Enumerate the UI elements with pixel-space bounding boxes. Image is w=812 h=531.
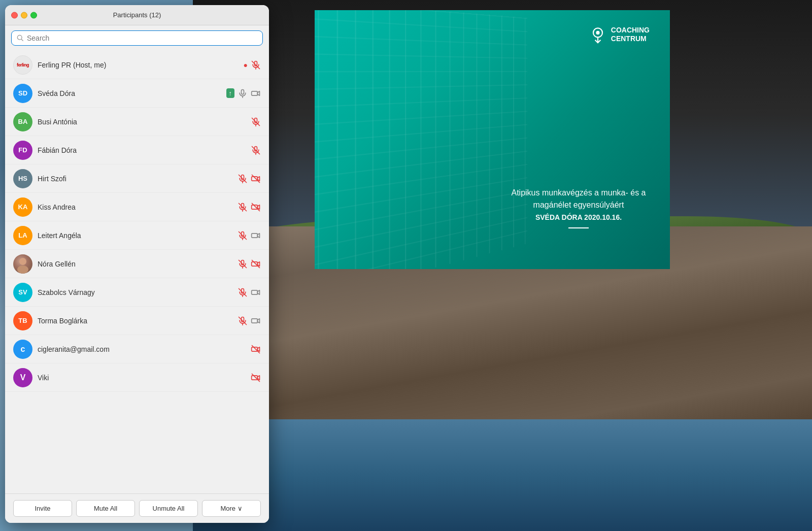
avatar: SD bbox=[13, 84, 32, 103]
svg-line-36 bbox=[252, 260, 260, 268]
participant-icons bbox=[251, 117, 261, 127]
participant-icons bbox=[238, 259, 261, 269]
list-item: V Viki bbox=[5, 363, 269, 392]
mic-muted-icon bbox=[238, 287, 248, 297]
water-area bbox=[193, 419, 812, 531]
slide-logo: COACHING CENTRUM bbox=[589, 25, 650, 44]
participant-icons bbox=[238, 230, 261, 241]
svg-line-3 bbox=[21, 39, 23, 41]
participant-name: Busi Antónia bbox=[38, 118, 251, 126]
search-input[interactable] bbox=[27, 34, 257, 42]
recording-indicator: ● bbox=[244, 61, 248, 69]
mic-muted-icon bbox=[238, 316, 248, 326]
avatar: HS bbox=[13, 169, 32, 188]
title-bar: Participants (12) bbox=[5, 5, 269, 25]
participant-icons: ● bbox=[244, 60, 261, 70]
participant-name: Nóra Gellén bbox=[38, 260, 238, 268]
video-muted-icon bbox=[251, 373, 261, 383]
participant-icons bbox=[238, 202, 261, 212]
participant-icons: ↑ bbox=[226, 88, 261, 98]
search-icon bbox=[17, 35, 24, 42]
mic-muted-icon bbox=[251, 60, 261, 70]
participant-icons bbox=[251, 145, 261, 155]
svg-line-20 bbox=[252, 175, 260, 182]
video-on-icon bbox=[251, 88, 261, 98]
close-button[interactable] bbox=[11, 12, 18, 18]
avatar-photo-placeholder bbox=[13, 254, 32, 274]
mic-muted-icon bbox=[238, 259, 248, 269]
participant-name: Svéda Dóra bbox=[38, 89, 226, 97]
maximize-button[interactable] bbox=[30, 12, 37, 18]
list-item: KA Kiss Andrea bbox=[5, 193, 269, 221]
video-on-icon bbox=[251, 316, 261, 326]
list-item: FD Fábián Dóra bbox=[5, 136, 269, 164]
participant-name: Fábián Dóra bbox=[38, 146, 251, 154]
svg-line-25 bbox=[252, 203, 260, 211]
svg-rect-29 bbox=[252, 233, 258, 237]
svg-rect-9 bbox=[252, 91, 258, 95]
avatar: KA bbox=[13, 197, 32, 217]
participant-name: Szabolcs Várnagy bbox=[38, 288, 238, 296]
video-on-icon bbox=[251, 287, 261, 297]
mute-all-button[interactable]: Mute All bbox=[76, 500, 135, 517]
svg-line-46 bbox=[252, 345, 260, 353]
avatar: TB bbox=[13, 311, 32, 330]
avatar: BA bbox=[13, 112, 32, 131]
avatar: ferling bbox=[13, 55, 32, 75]
video-muted-icon bbox=[251, 174, 261, 184]
mic-muted-icon bbox=[238, 174, 248, 184]
list-item: SD Svéda Dóra ↑ bbox=[5, 79, 269, 108]
svg-rect-44 bbox=[252, 318, 258, 322]
search-bar bbox=[5, 25, 269, 51]
participant-icons bbox=[251, 373, 261, 383]
participant-name: Torma Boglárka bbox=[38, 317, 238, 325]
presentation-area: COACHING CENTRUM Atipikus munkavégzés a … bbox=[315, 10, 670, 269]
svg-rect-40 bbox=[252, 290, 258, 294]
slide-building-overlay bbox=[315, 10, 527, 269]
list-item: Nóra Gellén bbox=[5, 250, 269, 278]
invite-button[interactable]: Invite bbox=[13, 500, 72, 517]
svg-point-31 bbox=[17, 266, 28, 274]
participant-name: cigleranita@gmail.com bbox=[38, 345, 251, 353]
svg-rect-7 bbox=[242, 89, 244, 94]
more-button[interactable]: More ∨ bbox=[202, 500, 261, 517]
mic-muted-icon bbox=[238, 202, 248, 212]
avatar: c bbox=[13, 340, 32, 359]
avatar: LA bbox=[13, 226, 32, 245]
participant-name: Ferling PR (Host, me) bbox=[38, 61, 244, 69]
video-muted-icon bbox=[251, 259, 261, 269]
avatar: FD bbox=[13, 141, 32, 160]
avatar: V bbox=[13, 368, 32, 387]
avatar: SV bbox=[13, 283, 32, 302]
avatar bbox=[13, 254, 32, 274]
video-muted-icon bbox=[251, 202, 261, 212]
list-item: c cigleranita@gmail.com bbox=[5, 335, 269, 363]
list-item: SV Szabolcs Várnagy bbox=[5, 278, 269, 307]
video-muted-icon bbox=[251, 344, 261, 354]
participant-icons bbox=[238, 316, 261, 326]
slide-content: Atipikus munkavégzés a munka- és a magán… bbox=[507, 187, 650, 228]
list-item: TB Torma Boglárka bbox=[5, 307, 269, 335]
slide-title: Atipikus munkavégzés a munka- és a magán… bbox=[507, 187, 650, 211]
mic-on-icon bbox=[238, 88, 248, 98]
mic-muted-icon bbox=[238, 230, 248, 241]
bottom-bar: Invite Mute All Unmute All More ∨ bbox=[5, 493, 269, 523]
minimize-button[interactable] bbox=[21, 12, 27, 18]
presentation-slide: COACHING CENTRUM Atipikus munkavégzés a … bbox=[315, 10, 670, 269]
participant-icons bbox=[251, 344, 261, 354]
list-item: LA Leitert Angéla bbox=[5, 221, 269, 250]
sharing-badge: ↑ bbox=[226, 88, 235, 98]
list-item: ferling Ferling PR (Host, me) ● bbox=[5, 51, 269, 79]
list-item: BA Busi Antónia bbox=[5, 108, 269, 136]
slide-decorative-line bbox=[568, 227, 589, 228]
svg-point-30 bbox=[19, 258, 26, 265]
chevron-down-icon: ∨ bbox=[238, 505, 243, 512]
search-input-wrapper[interactable] bbox=[11, 30, 263, 46]
unmute-all-button[interactable]: Unmute All bbox=[139, 500, 198, 517]
participant-name: Leitert Angéla bbox=[38, 231, 238, 240]
video-on-icon bbox=[251, 230, 261, 241]
mic-muted-icon bbox=[251, 145, 261, 155]
participant-name: Viki bbox=[38, 374, 251, 382]
participants-window: Participants (12) ferling Ferling PR (Ho… bbox=[5, 5, 269, 523]
traffic-lights bbox=[11, 12, 37, 18]
